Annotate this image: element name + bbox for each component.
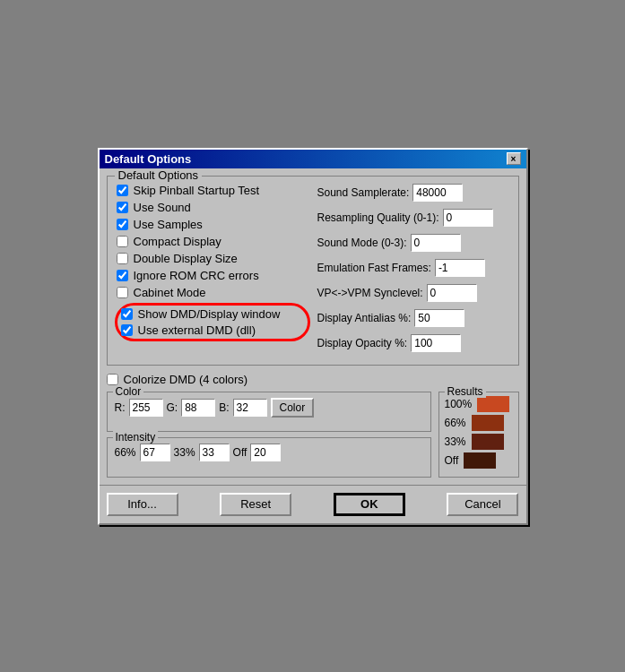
result-item-off: Off xyxy=(445,452,513,469)
checkbox-row-7: Cabinet Mode xyxy=(117,286,308,299)
result-item-66: 66% xyxy=(445,415,513,431)
result-66-label: 66% xyxy=(445,417,466,429)
results-group: Results 100% 66% 33% Off xyxy=(438,392,519,478)
field-row-synclevel: VP<->VPM Synclevel: xyxy=(317,284,509,302)
result-item-100: 100% xyxy=(445,396,513,412)
close-button[interactable]: × xyxy=(507,152,521,165)
antialias-label: Display Antialias %: xyxy=(317,312,412,324)
color-group: Color R: G: B: Color xyxy=(107,392,431,432)
skip-pinball-checkbox[interactable] xyxy=(117,185,128,196)
ignore-rom-checkbox[interactable] xyxy=(117,270,128,281)
use-sound-checkbox[interactable] xyxy=(117,202,128,213)
show-dmd-label: Show DMD/Display window xyxy=(138,307,281,321)
g-label: G: xyxy=(167,401,178,414)
result-100-swatch xyxy=(477,396,509,412)
off-label: Off xyxy=(233,446,247,459)
double-display-checkbox[interactable] xyxy=(117,253,128,264)
r-label: R: xyxy=(115,401,126,414)
checkbox-row-4: Compact Display xyxy=(117,235,308,248)
skip-pinball-label: Skip Pinball Startup Test xyxy=(134,184,260,197)
result-33-label: 33% xyxy=(445,435,466,448)
dialog-body: Default Options Skip Pinball Startup Tes… xyxy=(100,168,526,485)
color-intensity-area: Color R: G: B: Color Intensity xyxy=(107,392,519,478)
antialias-input[interactable] xyxy=(414,309,464,327)
field-row-soundmode: Sound Mode (0-3): xyxy=(317,234,509,252)
samplerate-input[interactable] xyxy=(412,184,463,202)
result-off-label: Off xyxy=(445,454,459,467)
val-off-input[interactable] xyxy=(250,444,281,461)
color-picker-button[interactable]: Color xyxy=(271,398,315,418)
field-row-fastframes: Emulation Fast Frames: xyxy=(317,259,509,277)
colorize-dmd-label: Colorize DMD (4 colors) xyxy=(124,373,248,386)
r-input[interactable] xyxy=(129,399,163,417)
compact-display-label: Compact Display xyxy=(134,235,221,248)
use-external-dmd-label: Use external DMD (dll) xyxy=(138,323,256,337)
cancel-button[interactable]: Cancel xyxy=(447,493,518,516)
soundmode-input[interactable] xyxy=(411,234,461,252)
colorize-dmd-checkbox[interactable] xyxy=(107,374,118,385)
ok-button[interactable]: OK xyxy=(334,493,405,516)
checkbox-row-9: Use external DMD (dll) xyxy=(121,323,304,337)
dialog-footer: Info... Reset OK Cancel xyxy=(100,485,526,523)
field-row-opacity: Display Opacity %: xyxy=(317,334,509,352)
fields-column: Sound Samplerate: Resampling Quality (0-… xyxy=(317,184,509,356)
result-33-swatch xyxy=(472,434,504,450)
field-row-antialias: Display Antialias %: xyxy=(317,309,509,327)
group-box-label: Default Options xyxy=(115,168,203,182)
intensity-group-label: Intensity xyxy=(113,431,159,444)
pct66-label: 66% xyxy=(115,446,136,459)
field-row-resample: Resampling Quality (0-1): xyxy=(317,209,509,227)
opacity-label: Display Opacity %: xyxy=(317,337,408,349)
checkbox-row-5: Double Display Size xyxy=(117,252,308,265)
title-bar-buttons: × xyxy=(507,152,521,165)
ignore-rom-label: Ignore ROM CRC errors xyxy=(134,269,259,282)
color-group-label: Color xyxy=(113,385,144,398)
g-input[interactable] xyxy=(181,399,215,417)
compact-display-checkbox[interactable] xyxy=(117,236,128,247)
pct33-label: 33% xyxy=(174,446,195,459)
info-button[interactable]: Info... xyxy=(107,493,178,516)
cabinet-mode-label: Cabinet Mode xyxy=(134,286,206,299)
synclevel-label: VP<->VPM Synclevel: xyxy=(317,287,423,299)
use-sound-label: Use Sound xyxy=(134,201,191,214)
b-input[interactable] xyxy=(233,399,267,417)
show-dmd-checkbox[interactable] xyxy=(121,308,133,320)
checkbox-row-6: Ignore ROM CRC errors xyxy=(117,269,308,282)
highlighted-group: Show DMD/Display window Use external DMD… xyxy=(115,303,310,341)
use-samples-label: Use Samples xyxy=(134,218,203,231)
checkbox-row-2: Use Sound xyxy=(117,201,308,214)
results-group-label: Results xyxy=(445,385,486,398)
b-label: B: xyxy=(219,401,229,414)
main-group-box: Default Options Skip Pinball Startup Tes… xyxy=(107,176,519,366)
result-item-33: 33% xyxy=(445,434,513,450)
field-row-samplerate: Sound Samplerate: xyxy=(317,184,509,202)
synclevel-input[interactable] xyxy=(427,284,477,302)
intensity-inputs-row: 66% 33% Off xyxy=(115,444,423,461)
color-inputs-row: R: G: B: Color xyxy=(115,398,423,418)
val66-input[interactable] xyxy=(140,444,170,461)
soundmode-label: Sound Mode (0-3): xyxy=(317,237,407,249)
resample-label: Resampling Quality (0-1): xyxy=(317,211,439,224)
fastframes-input[interactable] xyxy=(435,259,485,277)
result-off-swatch xyxy=(464,452,496,469)
cabinet-mode-checkbox[interactable] xyxy=(117,287,128,298)
val33-input[interactable] xyxy=(199,444,230,461)
fastframes-label: Emulation Fast Frames: xyxy=(317,262,431,274)
default-options-dialog: Default Options × Default Options Skip P… xyxy=(98,148,528,525)
opacity-input[interactable] xyxy=(411,334,461,352)
use-external-dmd-checkbox[interactable] xyxy=(121,324,133,336)
checkboxes-column: Skip Pinball Startup Test Use Sound Use … xyxy=(117,184,308,356)
dialog-title: Default Options xyxy=(105,152,192,166)
resample-input[interactable] xyxy=(443,209,493,227)
result-66-swatch xyxy=(472,415,504,431)
reset-button[interactable]: Reset xyxy=(220,493,291,516)
main-columns: Skip Pinball Startup Test Use Sound Use … xyxy=(117,184,509,356)
title-bar: Default Options × xyxy=(100,150,526,168)
result-100-label: 100% xyxy=(445,398,473,410)
checkbox-row-1: Skip Pinball Startup Test xyxy=(117,184,308,197)
colorize-row: Colorize DMD (4 colors) xyxy=(107,373,519,386)
checkbox-row-3: Use Samples xyxy=(117,218,308,231)
use-samples-checkbox[interactable] xyxy=(117,219,128,230)
checkbox-row-8: Show DMD/Display window xyxy=(121,307,304,321)
double-display-label: Double Display Size xyxy=(134,252,238,265)
